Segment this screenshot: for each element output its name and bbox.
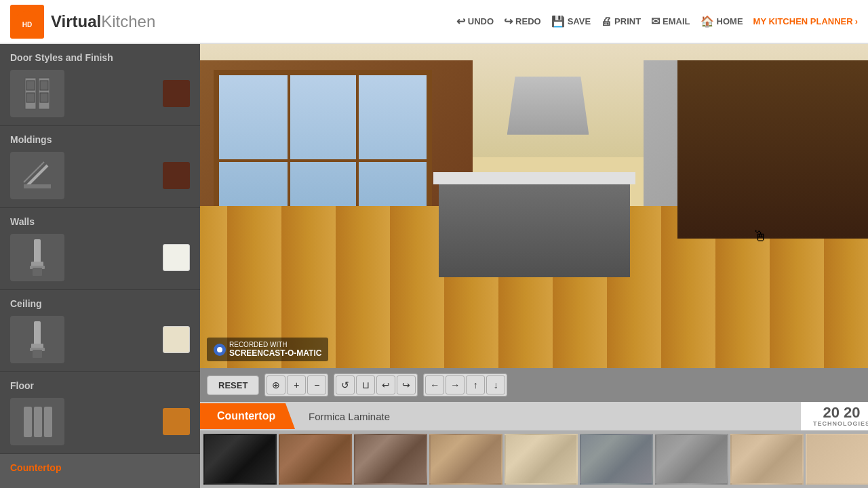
header: HD VirtualKitchen ↩ UNDO ↪ REDO 💾 SAVE 🖨… (0, 0, 868, 44)
reset-button[interactable]: RESET (207, 375, 259, 395)
home-depot-logo[interactable]: HD (10, 5, 44, 39)
svg-text:HD: HD (22, 21, 32, 28)
screencast-text: RECORDED WITH SCREENCAST-O-MATIC (229, 341, 321, 358)
zoom-controls: ⊕ + − (264, 373, 328, 396)
walls-color[interactable] (163, 244, 190, 271)
redo-icon: ↪ (504, 15, 513, 28)
swatch-tan-granite[interactable] (429, 434, 502, 485)
floor-content (10, 398, 190, 445)
moldings-title: Moldings (10, 134, 190, 145)
content-area: RECORDED WITH SCREENCAST-O-MATIC 🖱 RESET… (200, 44, 868, 488)
sidebar-section-door-styles[interactable]: Door Styles and Finish (0, 44, 200, 126)
undo-rotate-button[interactable]: ↩ (376, 375, 395, 394)
walls-title: Walls (10, 216, 190, 227)
sidebar-section-ceiling[interactable]: Ceiling (0, 290, 200, 372)
pan-left-button[interactable]: ← (425, 375, 444, 394)
redo-button[interactable]: ↪ REDO (504, 15, 541, 28)
scene-right-cabinets (677, 60, 868, 239)
pan-down-button[interactable]: ↓ (486, 375, 505, 394)
countertop-content (10, 480, 190, 488)
my-kitchen-planner-button[interactable]: MY KITCHEN PLANNER › (753, 16, 858, 26)
pan-controls: ← → ↑ ↓ (423, 373, 507, 396)
door-styles-icon (10, 70, 64, 117)
svg-rect-15 (34, 321, 41, 345)
redo-rotate-button[interactable]: ↪ (397, 375, 416, 394)
floor-title: Floor (10, 380, 190, 391)
main-layout: Door Styles and Finish Moldings (0, 44, 868, 488)
door-styles-color[interactable] (163, 80, 190, 107)
svg-rect-14 (33, 268, 42, 276)
svg-rect-6 (40, 81, 48, 90)
swatch-slate-gray[interactable] (580, 434, 653, 485)
pan-up-button[interactable]: ↑ (466, 375, 485, 394)
flip-button[interactable]: ⊔ (356, 375, 375, 394)
rotate-controls: ↺ ⊔ ↩ ↪ (334, 373, 418, 396)
undo-icon: ↩ (456, 15, 465, 28)
pan-right-button[interactable]: → (446, 375, 465, 394)
sidebar-section-moldings[interactable]: Moldings (0, 126, 200, 208)
swatch-gray-brown[interactable] (354, 434, 427, 485)
zoom-in-button[interactable]: + (287, 375, 306, 394)
countertop-icon (10, 480, 64, 488)
2020-technologies-logo: 20 20 TECHNOLOGIES (801, 402, 868, 430)
material-label: Formica Laminate (295, 404, 403, 429)
undo-button[interactable]: ↩ UNDO (456, 15, 494, 28)
scene-hood-vent (507, 77, 589, 135)
email-button[interactable]: ✉ EMAIL (651, 15, 690, 28)
svg-rect-18 (33, 350, 42, 358)
logo-area: HD VirtualKitchen (10, 5, 155, 39)
home-icon: 🏠 (701, 15, 714, 28)
swatch-brown-granite[interactable] (279, 434, 352, 485)
screencast-watermark: RECORDED WITH SCREENCAST-O-MATIC (207, 338, 328, 361)
swatch-dark-granite[interactable] (203, 434, 277, 485)
moldings-content (10, 152, 190, 199)
moldings-color[interactable] (163, 162, 190, 189)
chevron-right-icon: › (855, 16, 858, 26)
svg-rect-7 (40, 93, 48, 102)
sidebar-section-countertop[interactable]: Countertop (0, 454, 200, 488)
svg-rect-20 (34, 407, 42, 437)
ceiling-color[interactable] (163, 326, 190, 353)
save-button[interactable]: 💾 SAVE (551, 15, 591, 28)
svg-rect-11 (34, 239, 41, 263)
print-button[interactable]: 🖨 PRINT (601, 16, 641, 28)
kitchen-preview: RECORDED WITH SCREENCAST-O-MATIC 🖱 (200, 44, 868, 368)
swatch-warm-beige[interactable] (730, 434, 804, 485)
swatch-light-beige[interactable] (505, 434, 578, 485)
floor-icon (10, 398, 64, 445)
bottom-bar: Countertop Formica Laminate 20 20 TECHNO… (200, 402, 868, 430)
svg-rect-19 (24, 407, 32, 437)
ceiling-title: Ceiling (10, 298, 190, 309)
screencast-icon (214, 344, 226, 356)
sidebar: Door Styles and Finish Moldings (0, 44, 200, 488)
countertop-label: Countertop (10, 462, 190, 473)
zoom-out-button[interactable]: − (307, 375, 326, 394)
svg-rect-10 (24, 184, 51, 188)
window-grid-horizontal (219, 159, 427, 162)
floor-color[interactable] (163, 408, 190, 435)
walls-content (10, 234, 190, 281)
kitchen-scene: RECORDED WITH SCREENCAST-O-MATIC 🖱 (200, 44, 868, 368)
scene-kitchen-island (439, 180, 630, 277)
swatches-bar (200, 430, 868, 488)
walls-icon (10, 234, 64, 281)
print-icon: 🖨 (601, 16, 612, 28)
control-bar: RESET ⊕ + − ↺ ⊔ ↩ ↪ ← → ↑ ↓ (200, 368, 868, 402)
email-icon: ✉ (651, 15, 660, 28)
svg-rect-4 (26, 93, 35, 102)
zoom-fit-button[interactable]: ⊕ (267, 375, 285, 394)
app-title: VirtualKitchen (51, 12, 155, 31)
sidebar-section-floor[interactable]: Floor (0, 372, 200, 454)
svg-rect-3 (26, 81, 35, 90)
sidebar-section-walls[interactable]: Walls (0, 208, 200, 290)
swatch-partial[interactable] (806, 434, 868, 485)
tab-area: Countertop Formica Laminate (200, 402, 801, 430)
door-styles-title: Door Styles and Finish (10, 52, 190, 63)
scene-island-countertop (433, 172, 636, 184)
swatch-medium-gray[interactable] (655, 434, 728, 485)
ceiling-content (10, 316, 190, 363)
rotate-left-button[interactable]: ↺ (336, 375, 355, 394)
home-button[interactable]: 🏠 HOME (701, 15, 743, 28)
countertop-tab[interactable]: Countertop (200, 403, 295, 429)
save-icon: 💾 (551, 15, 565, 28)
